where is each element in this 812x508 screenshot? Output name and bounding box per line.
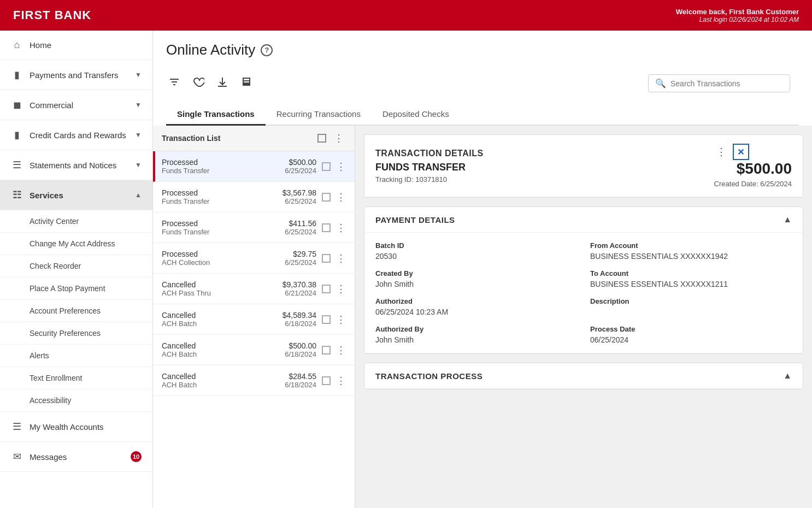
payment-details-body: Batch ID 20530 From Account BUSINESS ESS… xyxy=(364,233,803,353)
page-header: Online Activity ? xyxy=(153,31,812,126)
table-row[interactable]: Cancelled ACH Batch $284.55 6/18/2024 ⋮ xyxy=(153,365,355,396)
tab-recurring-transactions[interactable]: Recurring Transactions xyxy=(266,104,372,126)
tx-checkbox[interactable] xyxy=(322,315,331,324)
transaction-process-header[interactable]: TRANSACTION PROCESS ▲ xyxy=(364,363,803,389)
tx-kebab-button[interactable]: ⋮ xyxy=(336,191,346,203)
tx-amount: $500.00 xyxy=(285,341,316,350)
tx-amount-date: $411.56 6/25/2024 xyxy=(285,219,316,236)
tx-amount: $4,589.34 xyxy=(283,311,316,320)
help-icon[interactable]: ? xyxy=(261,44,273,56)
heart-icon[interactable] xyxy=(190,74,207,93)
authorized-field: Authorized 06/25/2024 10:23 AM xyxy=(375,297,577,316)
table-row[interactable]: Processed Funds Transfer $411.56 6/25/20… xyxy=(153,212,355,243)
detail-tracking: Tracking ID: 10371810 xyxy=(375,175,714,184)
tx-list-menu-button[interactable]: ⋮ xyxy=(332,131,346,145)
sidebar-item-security-prefs[interactable]: Security Preferences xyxy=(0,322,152,345)
tx-status: Processed xyxy=(162,250,279,258)
sidebar-item-services[interactable]: ☷ Services ▲ xyxy=(0,180,152,210)
tracking-id: 10371810 xyxy=(415,175,447,184)
tx-status: Cancelled xyxy=(162,372,279,381)
transaction-process-card: TRANSACTION PROCESS ▲ xyxy=(364,363,803,389)
tx-header-actions: ⋮ xyxy=(317,131,346,145)
chevron-down-icon: ▼ xyxy=(135,71,142,79)
created-label: Created Date: xyxy=(714,180,758,188)
sidebar-item-check-reorder[interactable]: Check Reorder xyxy=(0,255,152,277)
filter-icon[interactable] xyxy=(166,74,183,93)
download-icon[interactable] xyxy=(214,74,231,93)
tx-kebab-button[interactable]: ⋮ xyxy=(336,161,346,173)
detail-amount: $500.00 xyxy=(714,160,792,178)
tx-checkbox[interactable] xyxy=(322,285,331,293)
table-row[interactable]: Processed Funds Transfer $3,567.98 6/25/… xyxy=(153,182,355,212)
transaction-list-panel: Transaction List ⋮ Processed Funds Trans… xyxy=(153,126,355,508)
tx-checkbox[interactable] xyxy=(322,223,331,232)
tx-date: 6/18/2024 xyxy=(283,320,316,328)
messages-badge: 10 xyxy=(131,451,142,462)
sidebar-item-place-stop[interactable]: Place A Stop Payment xyxy=(0,277,152,300)
created-by-field: Created By John Smith xyxy=(375,269,577,288)
sidebar-item-label: Services xyxy=(30,191,128,200)
detail-menu-button[interactable]: ⋮ xyxy=(714,145,728,159)
tx-kebab-button[interactable]: ⋮ xyxy=(336,375,346,387)
print-icon[interactable] xyxy=(238,74,255,93)
sub-item-label: Account Preferences xyxy=(30,306,101,315)
sidebar-item-activity-center[interactable]: Activity Center xyxy=(0,210,152,233)
tx-status: Cancelled xyxy=(162,341,279,350)
tab-deposited-checks[interactable]: Deposited Checks xyxy=(372,104,460,126)
tx-amount: $411.56 xyxy=(285,219,316,228)
tx-kebab-button[interactable]: ⋮ xyxy=(336,314,346,326)
header: FIRST BANK Welcome back, First Bank Cust… xyxy=(0,0,812,31)
tab-single-transactions[interactable]: Single Transactions xyxy=(166,104,266,126)
tx-list-header: Transaction List ⋮ xyxy=(153,126,355,151)
table-row[interactable]: Cancelled ACH Pass Thru $9,370.38 6/21/2… xyxy=(153,274,355,304)
tx-checkbox[interactable] xyxy=(322,193,331,202)
sidebar-item-payments[interactable]: ▮ Payments and Transfers ▼ xyxy=(0,60,152,90)
tracking-label: Tracking ID: xyxy=(375,175,414,184)
sidebar-item-account-prefs[interactable]: Account Preferences xyxy=(0,300,152,322)
tx-date: 6/21/2024 xyxy=(283,289,316,297)
sidebar-item-alerts[interactable]: Alerts xyxy=(0,345,152,367)
close-detail-button[interactable]: ✕ xyxy=(733,144,749,160)
table-row[interactable]: Cancelled ACH Batch $500.00 6/18/2024 ⋮ xyxy=(153,335,355,365)
tx-kebab-button[interactable]: ⋮ xyxy=(336,344,346,356)
search-input[interactable] xyxy=(670,79,783,88)
tx-list: Processed Funds Transfer $500.00 6/25/20… xyxy=(153,151,355,508)
tx-checkbox[interactable] xyxy=(322,254,331,263)
sidebar-item-credit-cards[interactable]: ▮ Credit Cards and Rewards ▼ xyxy=(0,120,152,150)
sub-item-label: Alerts xyxy=(30,351,49,360)
detail-created: Created Date: 6/25/2024 xyxy=(714,180,792,188)
created-by-label: Created By xyxy=(375,269,577,277)
tx-checkbox[interactable] xyxy=(322,376,331,385)
tx-row-info: Cancelled ACH Batch xyxy=(162,341,279,358)
tx-status: Cancelled xyxy=(162,280,277,289)
table-row[interactable]: Processed ACH Collection $29.75 6/25/202… xyxy=(153,243,355,274)
sidebar-item-change-address[interactable]: Change My Acct Address xyxy=(0,233,152,255)
select-all-checkbox[interactable] xyxy=(317,134,326,143)
sidebar-item-label: Statements and Notices xyxy=(30,161,128,170)
sidebar-item-statements[interactable]: ☰ Statements and Notices ▼ xyxy=(0,150,152,180)
tx-kebab-button[interactable]: ⋮ xyxy=(336,252,346,264)
tx-amount: $29.75 xyxy=(285,250,316,258)
tx-kebab-button[interactable]: ⋮ xyxy=(336,222,346,234)
sidebar-item-label: Credit Cards and Rewards xyxy=(30,131,128,140)
sidebar-item-label: My Wealth Accounts xyxy=(30,422,142,432)
tx-checkbox[interactable] xyxy=(322,162,331,171)
sidebar-item-accessibility[interactable]: Accessibility xyxy=(0,389,152,412)
sidebar-item-wealth[interactable]: ☰ My Wealth Accounts xyxy=(0,412,152,442)
payment-details-header[interactable]: PAYMENT DETAILS ▲ xyxy=(364,207,803,233)
tx-kebab-button[interactable]: ⋮ xyxy=(336,283,346,295)
table-row[interactable]: Cancelled ACH Batch $4,589.34 6/18/2024 … xyxy=(153,304,355,335)
tx-type: ACH Batch xyxy=(162,350,279,358)
tx-amount: $500.00 xyxy=(285,158,316,167)
table-row[interactable]: Processed Funds Transfer $500.00 6/25/20… xyxy=(153,151,355,182)
to-account-value: BUSINESS ESSENTIALS XXXXXX1211 xyxy=(590,280,792,288)
tx-status: Cancelled xyxy=(162,311,277,320)
sidebar-item-text-enrollment[interactable]: Text Enrollment xyxy=(0,367,152,389)
tx-list-title: Transaction List xyxy=(162,134,220,143)
sidebar-item-home[interactable]: ⌂ Home xyxy=(0,31,152,60)
page-title: Online Activity xyxy=(166,42,255,58)
sidebar-item-commercial[interactable]: ◼ Commercial ▼ xyxy=(0,90,152,120)
tx-checkbox[interactable] xyxy=(322,346,331,355)
sidebar-item-messages[interactable]: ✉ Messages 10 xyxy=(0,442,152,472)
tx-amount-date: $4,589.34 6/18/2024 xyxy=(283,311,316,328)
